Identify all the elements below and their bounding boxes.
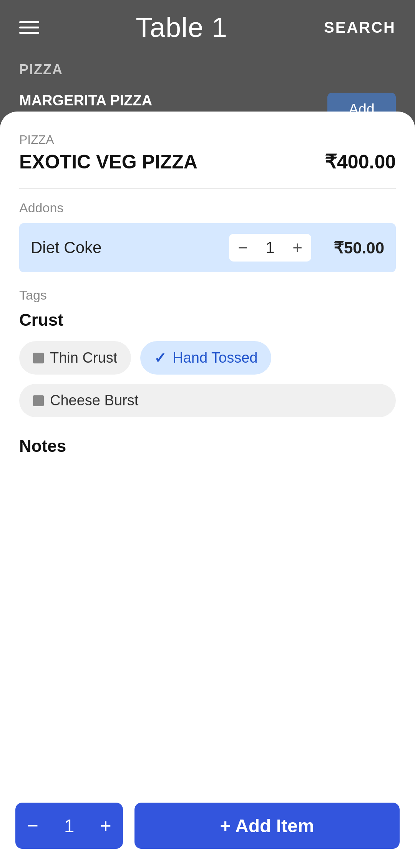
item-header: EXOTIC VEG PIZZA ₹400.00 — [19, 151, 396, 173]
crust-hand-tossed[interactable]: ✓ Hand Tossed — [140, 341, 271, 375]
tags-label: Tags — [19, 288, 396, 303]
sheet-content: PIZZA EXOTIC VEG PIZZA ₹400.00 Addons Di… — [0, 112, 415, 791]
addon-name: Diet Coke — [31, 238, 229, 257]
background-screen: Table 1 SEARCH PIZZA MARGERITA PIZZA ₹20… — [0, 0, 415, 119]
crust-icon-thin — [33, 353, 44, 363]
tags-section: Tags Crust Thin Crust ✓ Hand Tossed Chee… — [19, 288, 396, 417]
bottom-bar: − 1 + + Add Item — [0, 791, 415, 868]
item-price: ₹400.00 — [325, 151, 396, 173]
notes-label: Notes — [19, 436, 396, 456]
addon-qty-value: 1 — [257, 238, 284, 257]
bg-section-label: PIZZA — [0, 55, 415, 85]
item-name: EXOTIC VEG PIZZA — [19, 151, 198, 173]
main-qty-decrease[interactable]: − — [15, 803, 50, 849]
addons-label: Addons — [19, 200, 396, 215]
bg-item-name: MARGERITA PIZZA — [19, 92, 152, 109]
item-category: PIZZA — [19, 133, 396, 147]
divider-1 — [19, 188, 396, 189]
search-button[interactable]: SEARCH — [324, 19, 396, 36]
notes-section: Notes — [19, 436, 396, 693]
notes-space — [19, 462, 396, 693]
main-qty-value: 1 — [50, 815, 88, 836]
check-icon: ✓ — [154, 351, 166, 365]
crust-cheese-label: Cheese Burst — [50, 392, 138, 409]
crust-label: Crust — [19, 310, 396, 330]
addon-qty-increase[interactable]: + — [284, 234, 311, 262]
bottom-sheet: PIZZA EXOTIC VEG PIZZA ₹400.00 Addons Di… — [0, 112, 415, 868]
crust-cheese-burst[interactable]: Cheese Burst — [19, 384, 396, 417]
crust-icon-cheese — [33, 395, 44, 406]
menu-icon[interactable] — [19, 21, 39, 34]
crust-thin-label: Thin Crust — [50, 350, 117, 366]
crust-hand-label: Hand Tossed — [173, 350, 257, 366]
main-qty-increase[interactable]: + — [88, 803, 123, 849]
addon-qty-control: − 1 + — [229, 234, 311, 262]
crust-thin[interactable]: Thin Crust — [19, 341, 131, 375]
crust-options: Thin Crust ✓ Hand Tossed Cheese Burst — [19, 341, 396, 417]
bg-header: Table 1 SEARCH — [0, 0, 415, 55]
addon-row: Diet Coke − 1 + ₹50.00 — [19, 223, 396, 272]
main-qty-control: − 1 + — [15, 803, 123, 849]
addon-price: ₹50.00 — [323, 238, 384, 257]
addon-qty-decrease[interactable]: − — [229, 234, 257, 262]
page-title: Table 1 — [136, 12, 227, 43]
add-item-button[interactable]: + Add Item — [134, 803, 400, 849]
